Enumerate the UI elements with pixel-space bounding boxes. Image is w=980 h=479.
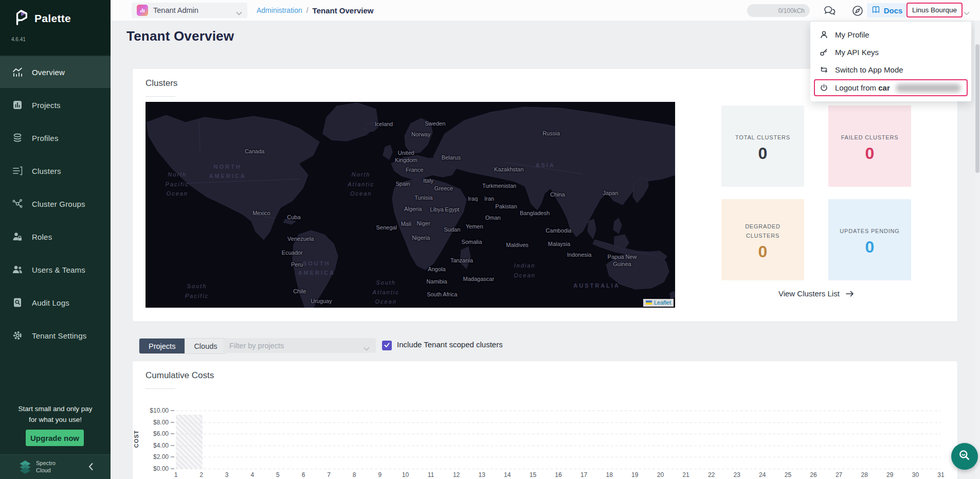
compass-icon[interactable]: [851, 4, 864, 17]
y-axis-tick: $6.00: [145, 430, 169, 437]
breadcrumb: Administration / Tenant Overview: [257, 0, 374, 21]
stat-value: 0: [865, 144, 875, 163]
chevron-down-icon: [236, 8, 242, 12]
gridline: [176, 446, 941, 446]
sidebar-collapse-button[interactable]: [85, 461, 97, 472]
x-axis-tick: 29: [886, 471, 893, 478]
projects-icon: [12, 99, 23, 111]
breadcrumb-administration-link[interactable]: Administration: [257, 6, 302, 14]
sidebar: Palette 4.6.41 Overview Projects Profile…: [0, 0, 111, 479]
sidebar-item-clusters[interactable]: Clusters: [0, 155, 111, 187]
scrollbar-thumb[interactable]: [975, 44, 979, 173]
x-axis-tick: 30: [912, 471, 919, 478]
tenant-scoped-checkbox[interactable]: [382, 341, 392, 350]
sidebar-item-profiles[interactable]: Profiles: [0, 122, 111, 154]
y-axis-tick: $10.00: [145, 407, 169, 414]
y-axis-tick: $8.00: [145, 419, 169, 426]
sidebar-item-label: Roles: [32, 233, 52, 241]
sidebar-item-users-teams[interactable]: Users & Teams: [0, 254, 111, 286]
stat-value: 0: [758, 242, 768, 261]
redacted-org-name: [896, 84, 961, 92]
sidebar-item-overview[interactable]: Overview: [0, 56, 111, 88]
logout-org-name: car: [878, 83, 890, 92]
user-menu-trigger[interactable]: Linus Bourque: [906, 3, 963, 17]
sidebar-item-roles[interactable]: Roles: [0, 221, 111, 253]
sidebar-item-label: Users & Teams: [32, 265, 85, 274]
tab-projects[interactable]: Projects: [139, 339, 185, 353]
palette-logo-icon: [13, 8, 29, 29]
filter-by-projects-select[interactable]: Filter by projects: [223, 338, 376, 353]
sidebar-item-label: Projects: [32, 101, 61, 110]
gridline: [176, 434, 941, 434]
x-axis-tick: 10: [402, 471, 409, 478]
x-axis-tick: 1: [174, 471, 178, 478]
y-tick-mark: [171, 468, 174, 469]
sidebar-footer: Spectro Cloud: [0, 454, 111, 479]
users-teams-icon: [12, 264, 23, 275]
sidebar-item-cluster-groups[interactable]: Cluster Groups: [0, 188, 111, 220]
chat-icon[interactable]: [823, 4, 836, 17]
x-axis-tick: 22: [708, 471, 715, 478]
stat-total-clusters: TOTAL CLUSTERS 0: [721, 105, 804, 187]
menu-item-switch-app-mode[interactable]: Switch to App Mode: [810, 61, 971, 78]
map-attribution[interactable]: Leaflet: [643, 299, 674, 307]
x-axis-tick: 16: [555, 471, 561, 478]
vertical-scrollbar[interactable]: [975, 21, 980, 479]
y-tick-mark: [171, 422, 174, 423]
switch-icon: [820, 65, 828, 74]
help-widget-button[interactable]: [951, 443, 978, 470]
tenant-admin-icon: [137, 5, 148, 16]
world-map[interactable]: IcelandSwedenNorwayRussiaCanadaUnited Ki…: [146, 102, 675, 308]
menu-item-my-profile[interactable]: My Profile: [810, 26, 971, 43]
stat-updates-pending: UPDATES PENDING 0: [828, 199, 911, 280]
stat-value: 0: [865, 238, 875, 257]
sidebar-item-tenant-settings[interactable]: Tenant Settings: [0, 320, 111, 351]
filter-row: Projects Clouds Filter by projects Inclu…: [111, 338, 980, 353]
menu-item-my-api-keys[interactable]: My API Keys: [810, 43, 971, 61]
x-axis-tick: 11: [428, 471, 434, 478]
roles-icon: [12, 231, 23, 242]
menu-item-logout[interactable]: Logout from car: [814, 79, 968, 96]
cluster-stats-grid: TOTAL CLUSTERS 0 FAILED CLUSTERS 0 DEGRA…: [721, 105, 911, 277]
docs-button[interactable]: Docs: [867, 3, 907, 17]
y-tick-mark: [171, 410, 174, 411]
usage-pill: 0/100kCh: [747, 4, 810, 17]
menu-item-label: My API Keys: [835, 48, 879, 57]
audit-logs-icon: [12, 297, 23, 308]
x-axis-tick: 13: [479, 471, 485, 478]
x-axis-tick: 2: [199, 471, 203, 478]
tenant-scoped-label[interactable]: Include Tenant scoped clusters: [397, 340, 503, 349]
profiles-icon: [12, 132, 23, 144]
x-axis-tick: 12: [453, 471, 460, 478]
sidebar-item-label: Overview: [32, 68, 65, 77]
upgrade-now-button[interactable]: Upgrade now: [26, 430, 84, 446]
tab-clouds[interactable]: Clouds: [185, 339, 226, 353]
chart-y-axis-label: COST: [133, 430, 139, 448]
x-axis-tick: 20: [657, 471, 664, 478]
view-clusters-list-link[interactable]: View Clusters List: [721, 289, 911, 298]
sidebar-item-label: Tenant Settings: [32, 331, 86, 340]
world-map-svg: [146, 102, 675, 308]
chevron-down-icon[interactable]: [964, 8, 970, 12]
spectro-cloud-wordmark: Spectro Cloud: [36, 459, 56, 474]
stat-degraded-clusters: DEGRADED CLUSTERS 0: [721, 199, 804, 280]
page-title: Tenant Overview: [126, 28, 234, 44]
cluster-groups-icon: [12, 198, 23, 209]
x-axis-tick: 21: [682, 471, 689, 478]
x-axis-tick: 9: [378, 471, 382, 478]
y-tick-mark: [171, 456, 174, 457]
cumulative-costs-card: Cumulative Costs COST $10.00$8.00$6.00$4…: [133, 361, 957, 479]
x-axis-tick: 5: [276, 471, 280, 478]
x-axis-tick: 28: [861, 471, 868, 478]
tenant-settings-icon: [12, 330, 23, 341]
x-axis-tick: 31: [937, 471, 944, 478]
help-search-icon: [958, 449, 971, 464]
docs-icon: [872, 5, 880, 16]
sidebar-item-projects[interactable]: Projects: [0, 89, 111, 121]
sidebar-item-audit-logs[interactable]: Audit Logs: [0, 287, 111, 318]
scope-select[interactable]: Tenant Admin: [132, 3, 247, 18]
clusters-card-title: Clusters: [146, 78, 177, 88]
x-axis-tick: 14: [504, 471, 511, 478]
x-axis-tick: 24: [759, 471, 766, 478]
x-axis-tick: 25: [785, 471, 791, 478]
